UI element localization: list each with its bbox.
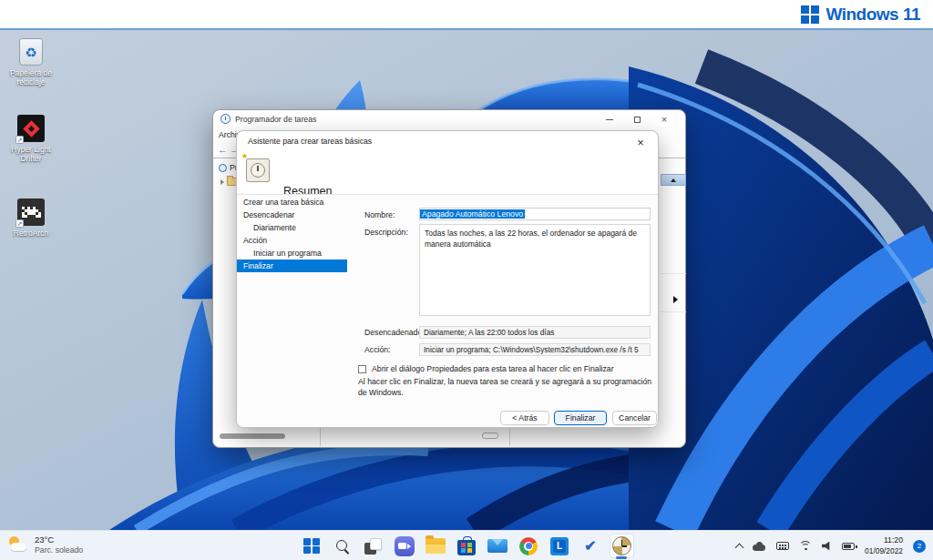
shortcut-arrow-icon: ↗: [15, 136, 24, 144]
chrome-button[interactable]: [517, 534, 541, 558]
mail-button[interactable]: [486, 534, 510, 558]
task-view-icon: [364, 537, 383, 555]
desktop-icon-label: Hyper Light Drifter: [2, 145, 60, 163]
tray-date: 01/09/2022: [865, 546, 903, 556]
screen: Windows 11: [0, 0, 933, 560]
tray-time: 11:20: [865, 535, 903, 545]
minimize-button[interactable]: [596, 110, 623, 128]
wizard-step-iniciar-programa: Iniciar un programa: [237, 247, 347, 260]
finish-button[interactable]: Finalizar: [554, 411, 607, 425]
wizard-dialog: Asistente para crear tareas básicas * Re…: [236, 130, 659, 428]
task-scheduler-icon: [612, 536, 631, 555]
speaker-icon[interactable]: [822, 542, 832, 551]
windows11-brand: Windows 11: [801, 5, 920, 25]
dialog-title: Asistente para crear tareas básicas: [248, 137, 372, 146]
divider: [509, 427, 510, 446]
keyboard-icon[interactable]: [776, 542, 789, 550]
description-field[interactable]: Todas las noches, a las 22 horas, el ord…: [419, 224, 651, 316]
start-button[interactable]: [300, 534, 324, 558]
clock-widget[interactable]: 11:20 01/09/2022: [865, 535, 903, 555]
top-banner: Windows 11: [0, 0, 933, 30]
search-icon: [334, 538, 351, 555]
expander-icon[interactable]: [220, 179, 224, 185]
divider: [320, 427, 321, 446]
divider: [661, 311, 686, 312]
dialog-body: Crear una tarea básica Desencadenar Diar…: [237, 194, 658, 427]
cancel-button[interactable]: Cancelar: [612, 411, 657, 425]
brand-text: Windows 11: [825, 5, 920, 25]
file-explorer-icon: [425, 538, 446, 554]
task-scheduler-icon: [220, 114, 231, 124]
microsoft-store-icon: [457, 540, 476, 555]
clock-icon: [219, 164, 227, 172]
desktop-icon-retroarch[interactable]: ↗ RetroArch: [2, 199, 60, 238]
scrollbar-up-button[interactable]: [661, 174, 686, 186]
system-tray: 11:20 01/09/2022 2: [736, 531, 926, 560]
wifi-icon[interactable]: [799, 541, 812, 551]
wizard-step-crear: Crear una tarea básica: [237, 196, 347, 209]
l-app-button[interactable]: L: [548, 534, 572, 558]
chrome-icon: [519, 537, 538, 555]
desktop-icon-label: RetroArch: [2, 229, 60, 238]
retroarch-icon: ↗: [17, 199, 45, 226]
chat-button[interactable]: [393, 534, 417, 558]
maximize-button[interactable]: [623, 110, 651, 128]
close-icon[interactable]: [632, 134, 649, 150]
desktop-icon-label: Papelera de reciclaje: [2, 68, 60, 87]
description-label: Descripción:: [364, 228, 408, 237]
open-properties-checkbox[interactable]: [358, 365, 366, 373]
task-view-button[interactable]: [362, 534, 386, 558]
name-label: Nombre:: [364, 210, 395, 219]
close-button[interactable]: [651, 110, 678, 128]
start-icon: [303, 538, 320, 555]
notification-badge[interactable]: 2: [913, 540, 926, 553]
wizard-step-desencadenar: Desencadenar: [237, 209, 347, 221]
search-button[interactable]: [331, 534, 355, 558]
windows-logo-icon: [801, 5, 819, 24]
task-scheduler-taskbar-button[interactable]: [610, 534, 634, 558]
wizard-task-icon: *: [246, 158, 270, 182]
shortcut-arrow-icon: ↗: [15, 219, 24, 228]
desktop-icon-recycle-bin[interactable]: ♻ Papelera de reciclaje: [2, 38, 60, 87]
dialog-header: * Resumen: [237, 152, 658, 194]
l-app-icon: L: [550, 537, 569, 555]
file-explorer-button[interactable]: [424, 534, 448, 558]
scrollbar-element[interactable]: [482, 433, 498, 439]
hyper-light-drifter-icon: ↗: [17, 115, 45, 142]
desktop-icon-hyper-light-drifter[interactable]: ↗ Hyper Light Drifter: [2, 115, 60, 163]
horizontal-scrollbar-thumb[interactable]: [220, 433, 285, 439]
back-button[interactable]: < Atrás: [500, 411, 549, 425]
divider: [661, 273, 686, 274]
name-field[interactable]: Apagado Automático Lenovo: [419, 208, 651, 220]
name-value-selected: Apagado Automático Lenovo: [420, 209, 525, 219]
microsoft-store-button[interactable]: [455, 534, 479, 558]
window-title: Programador de tareas: [235, 115, 316, 124]
battery-icon[interactable]: [842, 543, 855, 550]
onedrive-cloud-icon[interactable]: [753, 542, 766, 551]
back-arrow-icon[interactable]: [218, 144, 228, 155]
action-label: Acción:: [364, 345, 391, 354]
mail-icon: [487, 539, 508, 553]
checkmark-icon: ✔: [582, 538, 599, 555]
wizard-step-diariamente: Diariamente: [237, 221, 347, 234]
active-app-indicator: [616, 556, 627, 559]
action-field[interactable]: Iniciar un programa; C:\Windows\System32…: [419, 343, 651, 356]
footer-note: Al hacer clic en Finalizar, la nueva tar…: [358, 376, 659, 398]
chat-icon: [395, 536, 415, 556]
todo-button[interactable]: ✔: [579, 534, 603, 558]
tray-chevron-icon[interactable]: [735, 543, 744, 552]
trigger-label: Desencadenador:: [364, 328, 427, 337]
taskbar: 23°C Parc. soleado: [0, 530, 933, 560]
recycle-bin-icon: ♻: [19, 38, 43, 66]
wizard-step-finalizar: Finalizar: [237, 260, 347, 272]
desktop: ♻ Papelera de reciclaje ↗ Hyper Light Dr…: [0, 30, 933, 530]
window-titlebar[interactable]: Programador de tareas: [213, 110, 685, 128]
wizard-step-accion: Acción: [237, 234, 347, 247]
actions-pane-arrow-icon[interactable]: [673, 296, 678, 303]
checkbox-label: Abrir el diálogo Propiedades para esta t…: [372, 364, 614, 373]
trigger-field[interactable]: Diariamente; A las 22:00 todos los días: [419, 326, 651, 339]
